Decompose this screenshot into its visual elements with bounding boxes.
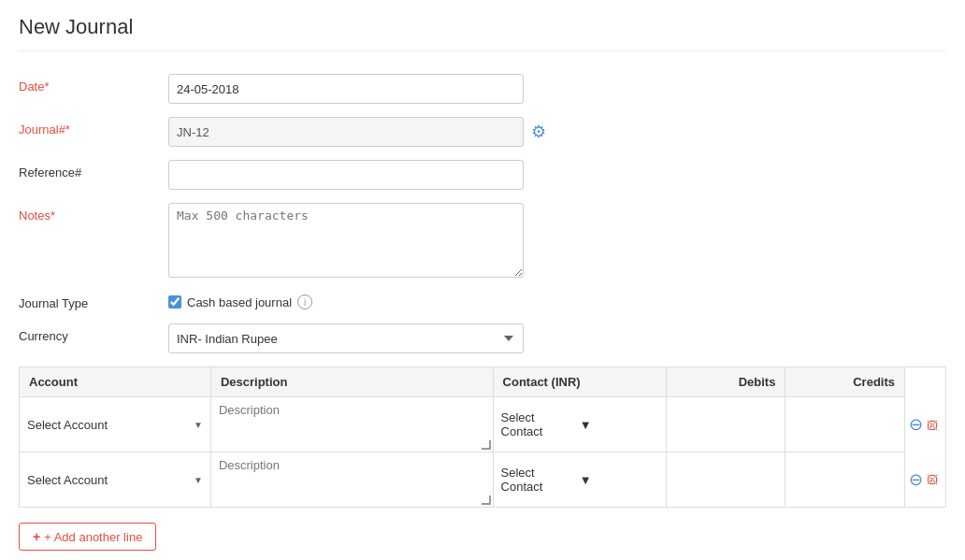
account-select-wrapper-2[interactable]: Select Account ▼	[20, 452, 210, 507]
contact-select-wrapper-1[interactable]: Select Contact ▼	[494, 397, 667, 452]
col-contact-header: Contact (INR)	[493, 367, 667, 397]
notes-label: Notes*	[19, 203, 168, 223]
add-line-section: + + Add another line	[19, 513, 946, 551]
debit-cell-2	[667, 452, 785, 508]
notes-row: Notes*	[19, 203, 946, 278]
journal-lines-table: Account Description Contact (INR) Debits…	[19, 366, 946, 508]
action-icons-1: ⊖ ⦻	[909, 414, 942, 435]
account-cell-1: Select Account ▼	[20, 397, 211, 452]
account-select-text-1: Select Account	[27, 418, 108, 432]
journal-number-row: Journal#* ⚙	[19, 117, 946, 147]
contact-select-text-1: Select Contact	[501, 410, 580, 438]
credit-input-1[interactable]	[785, 397, 904, 411]
journal-number-input[interactable]	[168, 117, 524, 147]
action-icons-2: ⊖ ⦻	[909, 469, 942, 490]
account-chevron-2: ▼	[194, 475, 203, 485]
info-icon[interactable]: i	[297, 294, 312, 309]
currency-select[interactable]: INR- Indian Rupee USD- US Dollar EUR- Eu…	[168, 323, 524, 353]
table-row: Select Account ▼ Select Contact ▼	[20, 452, 946, 508]
add-line-label: + Add another line	[44, 530, 142, 544]
page-title: New Journal	[19, 15, 946, 51]
account-select-text-2: Select Account	[27, 473, 108, 487]
x-circle-icon-1[interactable]: ⦻	[925, 415, 942, 435]
table-header-row: Account Description Contact (INR) Debits…	[20, 367, 946, 397]
description-cell-2	[210, 452, 493, 508]
credit-cell-1	[785, 397, 905, 452]
col-debits-header: Debits	[667, 367, 785, 397]
credit-cell-2	[785, 452, 905, 508]
contact-select-wrapper-2[interactable]: Select Contact ▼	[494, 452, 667, 507]
contact-cell-1: Select Contact ▼	[493, 397, 667, 452]
debit-input-2[interactable]	[667, 452, 785, 467]
minus-circle-icon-2[interactable]: ⊖	[909, 469, 923, 490]
currency-row: Currency INR- Indian Rupee USD- US Dolla…	[19, 323, 946, 353]
notes-input[interactable]	[168, 203, 524, 278]
date-label: Date*	[19, 74, 168, 93]
row-actions-1: ⊖ ⦻	[905, 397, 946, 452]
journal-type-label: Journal Type	[19, 291, 168, 310]
gear-icon[interactable]: ⚙	[531, 122, 546, 142]
col-description-header: Description	[210, 367, 493, 397]
col-account-header: Account	[20, 367, 211, 397]
add-line-button[interactable]: + + Add another line	[19, 523, 156, 551]
credit-input-2[interactable]	[785, 452, 904, 467]
reference-row: Reference#	[19, 160, 946, 190]
contact-chevron-1: ▼	[580, 418, 658, 432]
account-select-wrapper-1[interactable]: Select Account ▼	[20, 397, 210, 452]
row-actions-2: ⊖ ⦻	[905, 452, 946, 508]
contact-chevron-2: ▼	[580, 473, 658, 487]
minus-circle-icon-1[interactable]: ⊖	[909, 414, 923, 435]
date-input[interactable]	[168, 74, 524, 104]
contact-cell-2: Select Contact ▼	[493, 452, 667, 508]
debit-input-1[interactable]	[667, 397, 785, 411]
debit-cell-1	[667, 397, 785, 452]
description-cell-1	[210, 397, 493, 452]
account-cell-2: Select Account ▼	[20, 452, 211, 508]
journal-number-group: ⚙	[168, 117, 546, 147]
cash-based-checkbox[interactable]	[168, 295, 181, 309]
col-credits-header: Credits	[785, 367, 905, 397]
account-chevron-1: ▼	[194, 420, 203, 430]
plus-icon: +	[33, 529, 40, 544]
journal-type-row: Journal Type Cash based journal i	[19, 291, 946, 310]
currency-label: Currency	[19, 323, 168, 343]
reference-label: Reference#	[19, 160, 168, 179]
journal-type-checkbox-group: Cash based journal i	[168, 291, 312, 309]
table-row: Select Account ▼ Select Contact ▼	[20, 397, 946, 452]
reference-input[interactable]	[168, 160, 524, 190]
journal-form: Date* Journal#* ⚙ Reference# Notes* Jour…	[19, 74, 946, 353]
contact-select-text-2: Select Contact	[501, 466, 580, 494]
description-input-1[interactable]	[211, 397, 493, 449]
x-circle-icon-2[interactable]: ⦻	[925, 469, 942, 489]
journal-number-label: Journal#*	[19, 117, 168, 136]
description-input-2[interactable]	[211, 452, 493, 504]
date-row: Date*	[19, 74, 946, 104]
cash-based-label: Cash based journal	[187, 295, 292, 309]
